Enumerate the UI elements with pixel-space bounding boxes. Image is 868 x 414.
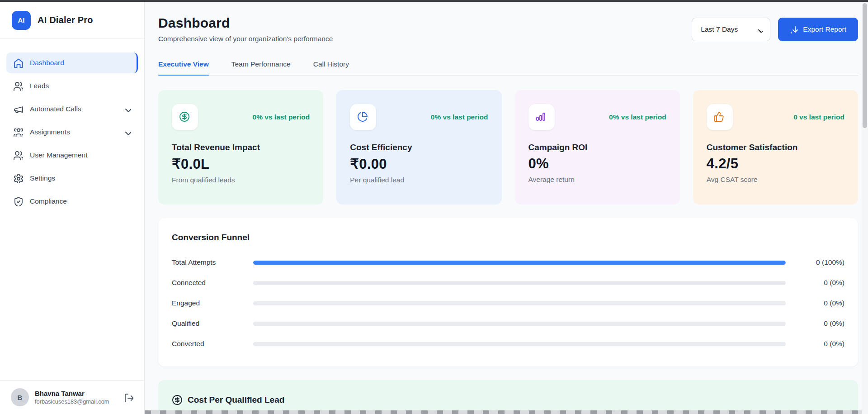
trend-badge: 0% vs last period <box>431 113 488 121</box>
stat-card-top: 0% vs last period <box>350 104 488 130</box>
main-content: Dashboard Comprehensive view of your org… <box>145 2 868 414</box>
stat-subtitle: Average return <box>528 176 666 184</box>
sidebar-item-label: Compliance <box>30 197 67 205</box>
stat-value: 0% <box>528 156 666 172</box>
stat-cards: 0% vs last period Total Revenue Impact ₹… <box>158 90 858 205</box>
scrollbar-thumb[interactable] <box>863 3 867 128</box>
funnel-bar-track <box>253 261 786 265</box>
megaphone-icon <box>13 104 23 114</box>
stat-title: Total Revenue Impact <box>172 143 310 152</box>
funnel-label: Engaged <box>172 299 253 307</box>
funnel-value: 0 (0%) <box>786 319 844 328</box>
sidebar-item-settings[interactable]: Settings <box>6 168 138 189</box>
stat-title: Campaign ROI <box>528 143 666 152</box>
page-title: Dashboard <box>158 15 333 31</box>
gear-icon <box>13 173 23 183</box>
stat-value: ₹0.00 <box>350 156 488 172</box>
app-logo: AI <box>12 11 31 30</box>
vertical-scrollbar[interactable] <box>862 2 868 414</box>
page-subtitle: Comprehensive view of your organization'… <box>158 35 333 43</box>
icon-tile <box>350 104 376 130</box>
stat-card-cost-efficiency: 0% vs last period Cost Efficiency ₹0.00 … <box>336 90 501 205</box>
stat-card-top: 0% vs last period <box>172 104 310 130</box>
tab-executive-view[interactable]: Executive View <box>158 60 209 75</box>
funnel-row-engaged: Engaged 0 (0%) <box>172 297 844 309</box>
sidebar-item-label: Assignments <box>30 128 70 136</box>
stat-card-total-revenue-impact: 0% vs last period Total Revenue Impact ₹… <box>158 90 323 205</box>
stat-title: Customer Satisfaction <box>707 143 844 152</box>
icon-tile <box>528 104 555 130</box>
cost-per-qualified-lead-card: Cost Per Qualified Lead <box>158 380 858 414</box>
funnel-bar-track <box>253 322 786 326</box>
shield-check-icon <box>13 196 23 206</box>
stat-value: ₹0.0L <box>172 156 310 172</box>
tab-team-performance[interactable]: Team Performance <box>231 60 291 75</box>
dollar-circle-icon <box>172 395 182 405</box>
icon-tile <box>172 104 198 130</box>
cost-card-title: Cost Per Qualified Lead <box>188 395 284 405</box>
funnel-label: Converted <box>172 340 253 348</box>
funnel-bar-track <box>253 342 786 346</box>
sidebar-item-label: User Management <box>30 151 88 159</box>
trend-badge: 0% vs last period <box>609 113 666 121</box>
sidebar-item-label: Dashboard <box>30 59 64 67</box>
pie-chart-icon <box>357 111 369 124</box>
page-header: Dashboard Comprehensive view of your org… <box>158 15 858 43</box>
export-report-button[interactable]: Export Report <box>778 18 858 41</box>
user-meta: Bhavna Tanwar forbasicuses183@gmail.com <box>35 390 109 405</box>
funnel-bar-track <box>253 301 786 305</box>
funnel-title: Conversion Funnel <box>172 233 844 243</box>
funnel-value: 0 (0%) <box>786 299 844 307</box>
cost-card-header: Cost Per Qualified Lead <box>172 395 844 405</box>
browser-top-strip <box>0 0 868 2</box>
stat-subtitle: Avg CSAT score <box>707 176 844 184</box>
stat-subtitle: Per qualified lead <box>350 176 488 184</box>
funnel-row-qualified: Qualified 0 (0%) <box>172 317 844 330</box>
download-icon <box>790 25 798 33</box>
funnel-rows: Total Attempts 0 (100%) Connected 0 (0%)… <box>172 256 844 350</box>
chevron-down-icon <box>123 128 131 136</box>
stat-card-customer-satisfaction: 0 vs last period Customer Satisfaction 4… <box>693 90 858 205</box>
funnel-value: 0 (0%) <box>786 279 844 287</box>
funnel-value: 0 (100%) <box>786 258 844 266</box>
stat-card-top: 0% vs last period <box>528 104 666 130</box>
sidebar-item-label: Automated Calls <box>30 105 81 113</box>
funnel-row-total-attempts: Total Attempts 0 (100%) <box>172 256 844 269</box>
user-email: forbasicuses183@gmail.com <box>35 398 109 405</box>
sidebar-item-dashboard[interactable]: Dashboard <box>6 52 138 73</box>
funnel-bar-track <box>253 281 786 285</box>
header-controls: Last 7 Days Export Report <box>692 18 858 41</box>
user-profile: B Bhavna Tanwar forbasicuses183@gmail.co… <box>0 380 144 414</box>
date-range-value: Last 7 Days <box>701 25 738 33</box>
users-icon <box>13 150 23 160</box>
sidebar-item-user-management[interactable]: User Management <box>6 145 138 166</box>
sidebar-item-automated-calls[interactable]: Automated Calls <box>6 99 138 119</box>
icon-tile <box>707 104 733 130</box>
stat-title: Cost Efficiency <box>350 143 488 152</box>
home-icon <box>13 58 23 68</box>
sidebar-item-leads[interactable]: Leads <box>6 76 138 96</box>
users-icon <box>13 81 23 91</box>
stat-card-campaign-roi: 0% vs last period Campaign ROI 0% Averag… <box>515 90 680 205</box>
stat-card-top: 0 vs last period <box>707 104 844 130</box>
logout-icon[interactable] <box>124 393 133 402</box>
trend-badge: 0% vs last period <box>253 113 310 121</box>
avatar: B <box>11 388 29 406</box>
bar-chart-icon <box>535 111 547 124</box>
stat-subtitle: From qualified leads <box>172 176 310 184</box>
funnel-row-connected: Connected 0 (0%) <box>172 276 844 289</box>
tab-call-history[interactable]: Call History <box>313 60 349 75</box>
date-range-select[interactable]: Last 7 Days <box>692 18 770 41</box>
export-report-label: Export Report <box>803 25 846 33</box>
funnel-value: 0 (0%) <box>786 340 844 348</box>
sidebar-item-label: Leads <box>30 82 49 90</box>
funnel-bar-fill <box>253 261 786 265</box>
users-group-icon <box>13 127 23 137</box>
sidebar-nav: Dashboard Leads Automated Calls Assignme… <box>0 39 144 380</box>
funnel-row-converted: Converted 0 (0%) <box>172 338 844 350</box>
sidebar-item-compliance[interactable]: Compliance <box>6 191 138 212</box>
funnel-label: Qualified <box>172 319 253 328</box>
stat-value: 4.2/5 <box>707 156 844 172</box>
horizontal-scrollbar[interactable] <box>145 410 862 414</box>
sidebar-item-assignments[interactable]: Assignments <box>6 122 138 143</box>
